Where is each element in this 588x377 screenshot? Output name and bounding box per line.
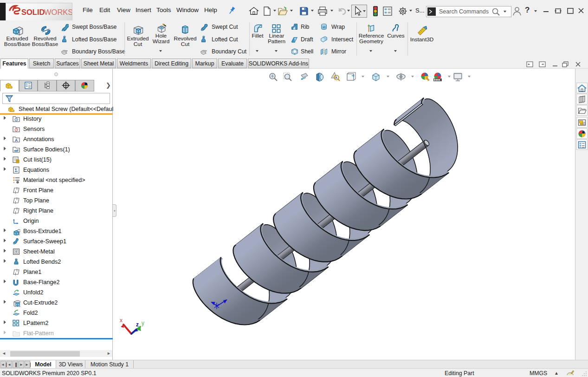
svg-text:WORKS: WORKS xyxy=(44,8,72,16)
svg-text:SOLID: SOLID xyxy=(21,8,45,16)
svg-text:z: z xyxy=(136,321,139,328)
svg-text:A: A xyxy=(336,76,338,79)
svg-text:A: A xyxy=(15,138,18,143)
svg-text:y: y xyxy=(142,320,144,326)
svg-text:ab: ab xyxy=(323,26,326,29)
svg-text:x: x xyxy=(120,317,123,324)
svg-text:Σ: Σ xyxy=(15,168,18,173)
